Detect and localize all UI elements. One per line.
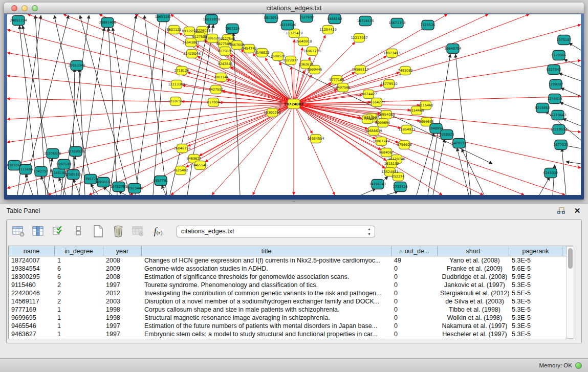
graph-node-label: 18807249	[373, 139, 389, 143]
table-cell: 5.3E-5	[509, 322, 562, 330]
table-cell: 2	[55, 281, 103, 289]
row-height-button[interactable]	[71, 224, 86, 239]
column-header-in_degree[interactable]: in_degree	[55, 246, 103, 256]
graph-node-label: 9463627	[187, 157, 202, 161]
graph-node-label: 16782753	[110, 185, 127, 189]
close-panel-button[interactable]: ✕	[573, 206, 582, 215]
graph-node-label: 16648784	[444, 47, 461, 51]
table-row[interactable]: 1456911722003Disruption of a novel membe…	[9, 297, 573, 305]
scrollbar-thumb[interactable]	[568, 248, 573, 269]
graph-node-label: 8186328	[205, 36, 220, 40]
graph-node-label: 1588520	[271, 54, 286, 58]
table-settings-button[interactable]	[11, 224, 26, 239]
graph-edge	[110, 15, 136, 195]
table-cell: 2008	[103, 256, 142, 265]
table-cell: Wolkin et al. (1998)	[438, 314, 509, 322]
graph-node-label: 16210643	[549, 113, 566, 117]
table-cell: 9777169	[9, 305, 55, 314]
table-cell: Corpus callosum shape and size in male p…	[142, 305, 391, 314]
graph-node-label: 7857224	[225, 27, 240, 31]
graph-node-label: 12505185	[64, 172, 81, 177]
graph-edge	[559, 73, 581, 81]
column-visibility-button[interactable]	[31, 224, 46, 239]
table-cell: Estimation of the future numbers of pati…	[142, 322, 391, 330]
graph-node-label: 17359928	[67, 149, 84, 154]
table-cell: 5.3E-5	[509, 256, 562, 265]
graph-node-label: 16543862	[182, 40, 199, 45]
panel-splitter[interactable]: ▪▪	[0, 200, 588, 204]
table-row[interactable]: 911546021997Tourette syndrome. Phenomeno…	[9, 281, 573, 289]
delete-column-button[interactable]	[111, 224, 126, 239]
table-cell: 1	[55, 330, 103, 338]
table-cell: 2008	[103, 273, 142, 281]
table-cell: Changes of HCN gene expression and I(f) …	[142, 256, 391, 265]
table-panel-title: Table Panel	[0, 204, 588, 217]
graph-node-label: 1575107	[557, 38, 572, 42]
column-header-year[interactable]: year	[103, 246, 142, 256]
column-header-short[interactable]: short	[438, 246, 509, 256]
table-cell: 6	[55, 265, 103, 273]
column-header-label: pagerank	[522, 248, 549, 255]
graph-node-label: 8322037	[284, 58, 298, 62]
new-column-button[interactable]	[91, 224, 106, 239]
column-header-title[interactable]: title	[142, 246, 391, 256]
table-cell: 5.3E-5	[509, 297, 562, 305]
graph-node-label: 1677022	[554, 143, 569, 147]
graph-edge	[99, 14, 294, 104]
table-scrollbar[interactable]	[567, 246, 574, 339]
graph-node-label: 1840954	[429, 126, 444, 130]
select-rows-button[interactable]	[51, 224, 66, 239]
column-header-out_de[interactable]: △out_de...	[391, 246, 438, 256]
graph-node-label: 12217987	[351, 36, 367, 40]
graph-node-label: 8215953	[535, 106, 550, 110]
table-row[interactable]: 946554611997Estimation of the future num…	[9, 322, 573, 330]
graph-node-label: 24055724	[10, 18, 27, 23]
attribute-table: namein_degreeyeartitle△out_de...shortpag…	[8, 246, 573, 339]
graph-node-label: 9245032	[543, 171, 558, 175]
table-row[interactable]: 969969511998Structural magnetic resonanc…	[9, 314, 573, 322]
graph-edge	[73, 179, 80, 195]
graph-node-label: 9497568	[336, 85, 351, 90]
column-header-name[interactable]: name	[9, 246, 55, 256]
graph-node-label: 1810755	[168, 99, 183, 103]
column-header-pagerank[interactable]: pagerank	[509, 246, 562, 256]
graph-node-label: 15640910	[295, 39, 312, 43]
graph-edge	[294, 25, 581, 104]
table-cell: 5.3E-5	[509, 330, 562, 338]
delete-table-button[interactable]	[130, 224, 146, 239]
minimize-window-button[interactable]	[21, 5, 28, 11]
table-cell: 0	[391, 297, 438, 305]
table-cell: de Silva et al. (2003)	[438, 297, 509, 305]
table-row[interactable]: 2242004622012Investigating the contribut…	[9, 289, 573, 297]
table-row[interactable]: 1938455462009Genome-wide association stu…	[9, 265, 573, 273]
table-row[interactable]: 977716911998Corpus callosum shape and si…	[9, 305, 573, 314]
graph-node-label: 9097588	[57, 162, 72, 166]
network-canvas[interactable]: 8601123891295518226058912750816543862818…	[7, 14, 581, 195]
zoom-window-button[interactable]	[32, 5, 38, 11]
function-builder-button[interactable]: f(x)	[150, 224, 166, 239]
graph-edge	[7, 104, 294, 119]
graph-edge	[108, 28, 117, 195]
graph-node-label: 16164277	[368, 100, 385, 104]
graph-node-label: 8813054	[264, 16, 279, 20]
table-cell: 0	[391, 289, 438, 297]
table-selector-dropdown[interactable]: citations_edges.txt ▲▼	[177, 226, 375, 237]
table-cell: 18300295	[9, 273, 55, 281]
close-window-button[interactable]	[11, 5, 17, 11]
table-row[interactable]: 946362711997Embryonic stem cells: a mode…	[9, 330, 573, 338]
graph-edge	[294, 48, 302, 104]
graph-node-label: 9154469	[409, 108, 424, 113]
table-cell: Tibbo et al. (1998)	[438, 305, 509, 314]
float-panel-button[interactable]	[556, 206, 565, 215]
checkmarks-icon	[52, 225, 65, 237]
table-row[interactable]: 1830029562008Estimation of significance …	[9, 273, 573, 281]
graph-node-label: 11325419	[286, 31, 302, 35]
graph-node-label: 10973493	[383, 51, 400, 55]
table-cell: 2003	[103, 297, 142, 305]
graph-edge	[7, 30, 294, 104]
window-titlebar[interactable]: citations_edges.txt	[4, 3, 584, 14]
graph-node-label: 7485083	[398, 69, 413, 73]
graph-edge	[433, 139, 445, 195]
graph-node-label: 817004	[207, 100, 220, 104]
table-row[interactable]: 1872400712008Changes of HCN gene express…	[9, 256, 573, 265]
